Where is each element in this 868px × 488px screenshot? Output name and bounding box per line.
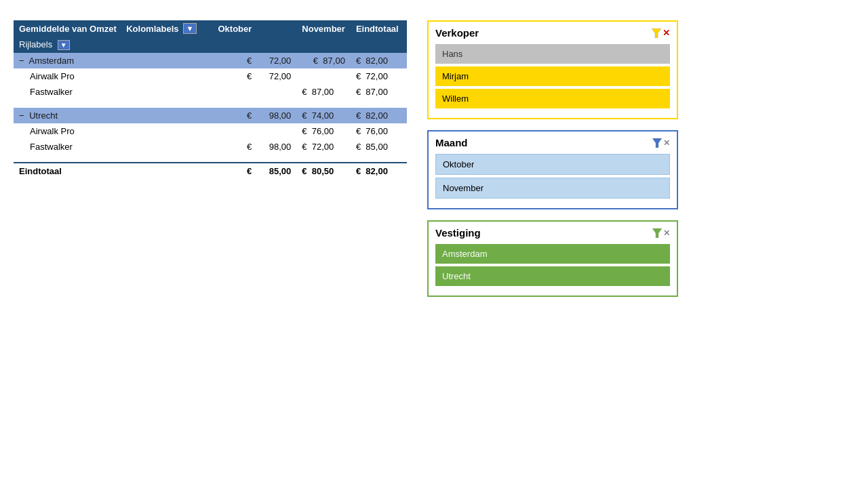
col-oktober-header: Oktober — [212, 20, 257, 37]
total-label: Eindtotaal — [14, 163, 212, 179]
vestiging-clear-filter-icon[interactable]: ✕ — [652, 228, 670, 238]
amsterdam-okt-val: 72,00 — [257, 53, 296, 68]
maand-clear-x-icon: ✕ — [663, 138, 670, 148]
total-nov-val: 80,50 — [312, 166, 334, 176]
spacer-row-2 — [14, 155, 407, 163]
spacer-row-1 — [14, 100, 407, 108]
amsterdam-nov-cell: € 87,00 — [296, 53, 351, 68]
filter-item-november[interactable]: November — [435, 178, 670, 199]
table-row: Fastwalker € 87,00 € 87,00 — [14, 84, 407, 100]
fastwalker-utrecht-label: Fastwalker — [14, 139, 212, 155]
filter-item-amsterdam[interactable]: Amsterdam — [435, 244, 670, 264]
utrecht-okt-val: 98,00 — [257, 108, 296, 123]
amsterdam-nov-currency: € — [313, 56, 318, 66]
amsterdam-tot-currency: € — [356, 56, 361, 66]
kolomlabels-container: Kolomlabels ▼ — [126, 23, 197, 34]
col-eindtotaal-header: Eindtotaal — [351, 20, 407, 37]
pivot-title: Gemiddelde van Omzet — [19, 24, 117, 34]
verkoper-panel-header: Verkoper ✕ — [435, 27, 670, 39]
rijlabels-filter-button[interactable]: ▼ — [58, 40, 70, 50]
maand-panel: Maand ✕ Oktober November — [427, 130, 678, 209]
airwalk-amsterdam-okt-currency: € — [212, 68, 257, 84]
svg-marker-2 — [652, 228, 662, 238]
group-amsterdam-label: − Amsterdam — [14, 53, 212, 68]
maand-title: Maand — [435, 137, 468, 148]
svg-marker-1 — [652, 138, 662, 148]
svg-marker-0 — [652, 28, 661, 38]
verkoper-panel: Verkoper ✕ Hans Mirjam Willem — [427, 20, 678, 119]
pivot-table-container: Gemiddelde van Omzet Kolomlabels ▼ Oktob… — [14, 20, 407, 179]
rijlabels-cell: Rijlabels ▼ — [14, 37, 212, 53]
collapse-icon-utrecht[interactable]: − — [19, 110, 24, 121]
vestiging-clear-x-icon: ✕ — [663, 228, 670, 238]
table-row: Airwalk Pro € 72,00 € 72,00 — [14, 68, 407, 84]
collapse-icon-amsterdam[interactable]: − — [19, 56, 24, 66]
vestiging-title: Vestiging — [435, 227, 481, 239]
filter-item-mirjam[interactable]: Mirjam — [435, 66, 670, 86]
group-utrecht-label: − Utrecht — [14, 108, 212, 123]
amsterdam-nov-val: 87,00 — [323, 56, 345, 66]
filter-panels-container: Verkoper ✕ Hans Mirjam Willem Maand ✕ Ok… — [427, 20, 678, 297]
verkoper-clear-filter-icon[interactable]: ✕ — [652, 28, 670, 38]
fastwalker-amsterdam-label: Fastwalker — [14, 84, 212, 100]
total-okt-val: 85,00 — [257, 163, 296, 179]
amsterdam-tot-val: 82,00 — [366, 56, 388, 66]
kolomlabels-dropdown-button[interactable]: ▼ — [183, 23, 197, 34]
pivot-table: Gemiddelde van Omzet Kolomlabels ▼ Oktob… — [14, 20, 407, 179]
col-november-header: November — [296, 20, 351, 37]
airwalk-amsterdam-okt-val: 72,00 — [257, 68, 296, 84]
amsterdam-okt-currency: € — [212, 53, 257, 68]
filter-funnel-green-icon — [652, 228, 662, 238]
group-amsterdam-header: − Amsterdam € 72,00 € 87,00 € 82,00 — [14, 53, 407, 68]
pivot-header-row-2: Rijlabels ▼ — [14, 37, 407, 53]
airwalk-amsterdam-label: Airwalk Pro — [14, 68, 212, 84]
maand-panel-header: Maand ✕ — [435, 137, 670, 148]
filter-item-hans[interactable]: Hans — [435, 44, 670, 64]
filter-funnel-blue-icon — [652, 138, 662, 148]
filter-funnel-yellow-icon — [652, 28, 661, 38]
pivot-header-row-1: Gemiddelde van Omzet Kolomlabels ▼ Oktob… — [14, 20, 407, 37]
filter-item-willem[interactable]: Willem — [435, 89, 670, 108]
rijlabels-label: Rijlabels — [19, 39, 52, 49]
total-row: Eindtotaal € 85,00 € 80,50 € 82,00 — [14, 163, 407, 179]
clear-x-icon: ✕ — [663, 28, 670, 38]
kolomlabels-label: Kolomlabels — [126, 24, 178, 34]
vestiging-panel-header: Vestiging ✕ — [435, 227, 670, 239]
group-utrecht-header: − Utrecht € 98,00 € 74,00 € 82,00 — [14, 108, 407, 123]
table-row: Fastwalker € 98,00 € 72,00 € 85,00 — [14, 139, 407, 155]
total-tot-val: 82,00 — [366, 166, 388, 176]
pivot-title-cell: Gemiddelde van Omzet Kolomlabels ▼ — [14, 20, 212, 37]
maand-clear-filter-icon[interactable]: ✕ — [652, 138, 670, 148]
vestiging-panel: Vestiging ✕ Amsterdam Utrecht — [427, 220, 678, 297]
airwalk-utrecht-label: Airwalk Pro — [14, 123, 212, 139]
filter-item-utrecht[interactable]: Utrecht — [435, 266, 670, 286]
filter-item-oktober[interactable]: Oktober — [435, 154, 670, 175]
verkoper-title: Verkoper — [435, 27, 479, 39]
table-row: Airwalk Pro € 76,00 € 76,00 — [14, 123, 407, 139]
utrecht-okt-currency: € — [212, 108, 257, 123]
